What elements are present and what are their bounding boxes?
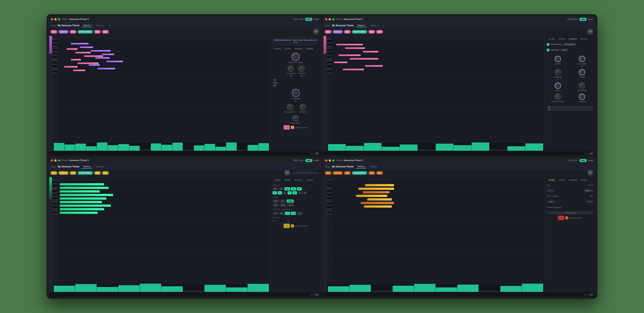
- chord-bmbp-bl[interactable]: BmbP12M13: [78, 171, 93, 175]
- maximize-btn-tr[interactable]: [332, 18, 334, 21]
- piano-roll-tr[interactable]: 1 2 3 4: [327, 35, 544, 151]
- chord-amus7-br[interactable]: Amus7: [333, 171, 343, 175]
- minimize-btn-br[interactable]: [329, 159, 331, 162]
- minimize-btn-tl[interactable]: [54, 18, 57, 21]
- chord-dm4-bl[interactable]: Dm: [102, 171, 109, 175]
- maximize-btn-bl[interactable]: [58, 159, 60, 162]
- minimize-btn-tr[interactable]: [329, 18, 331, 21]
- chord-bmbp-tl[interactable]: BmbP12M13: [78, 30, 93, 34]
- chord-dm2-tr[interactable]: Dm: [344, 30, 351, 34]
- midi-drop-bl[interactable]: Drag your MIDI file here or browse: [292, 171, 319, 174]
- note-eb[interactable]: Eb: [278, 187, 284, 190]
- chord-dm4-br[interactable]: Dm: [376, 171, 383, 175]
- scale-value[interactable]: Minor ›: [584, 189, 593, 192]
- type-susk[interactable]: susk: [287, 199, 294, 203]
- add-theme-bl[interactable]: +: [107, 165, 111, 168]
- piano-roll-tl[interactable]: 1/2 1 2 3 4: [53, 35, 270, 151]
- midi-change[interactable]: Change: [274, 42, 317, 43]
- wbv-ctrl[interactable]: [292, 115, 299, 121]
- type-aug[interactable]: Aug: [280, 203, 286, 207]
- note-c[interactable]: C: [272, 191, 277, 194]
- interval-s13[interactable]: S13: [296, 212, 303, 215]
- ob-v-ctrl[interactable]: [300, 104, 306, 110]
- orb-btn-br[interactable]: ORB: [587, 170, 594, 176]
- tab-velocity-bl[interactable]: Velocity: [304, 178, 314, 182]
- strong-beat-ctrl[interactable]: [292, 89, 300, 97]
- tab-tonality-bl[interactable]: Tonality: [272, 178, 282, 182]
- theme2-tab-br[interactable]: Theme 2: [356, 165, 367, 168]
- rhythmic-dropdown[interactable]: Every Beat ▾: [563, 43, 576, 46]
- theme3-tab-tl[interactable]: Theme 3: [94, 24, 105, 27]
- note-db[interactable]: Db: [272, 187, 278, 190]
- tab-variables-tr[interactable]: Variables: [567, 37, 578, 41]
- interval-7th[interactable]: 7th: [272, 212, 278, 215]
- bar-length-ctrl[interactable]: [579, 56, 585, 62]
- chord-dm4-tr[interactable]: Dm: [376, 30, 383, 34]
- complexity-ctrl[interactable]: [555, 69, 561, 75]
- midi-badge-tr[interactable]: MIDI: [580, 18, 587, 21]
- stance-ctrl[interactable]: [555, 83, 561, 89]
- octave-ctrl[interactable]: [579, 69, 585, 75]
- note-b[interactable]: B: [302, 191, 307, 194]
- chord-dm2-br[interactable]: Dm: [344, 171, 351, 175]
- orb-btn-tr[interactable]: ORB: [587, 29, 594, 35]
- type-maj[interactable]: Maj: [272, 199, 279, 203]
- chord-prog-value[interactable]: ‹ I - VII - III - iv ›: [547, 211, 593, 214]
- chord-bmbp-br[interactable]: BmbP12M13: [352, 171, 367, 175]
- tab-variables-bl[interactable]: Variables: [293, 178, 304, 182]
- tab-tonality-br[interactable]: Tonality: [547, 178, 557, 182]
- note-g[interactable]: G: [292, 191, 297, 194]
- theme2-tab-tr[interactable]: Theme 2: [356, 24, 367, 27]
- tab-tonality-tl[interactable]: Tonality: [272, 47, 282, 51]
- type-sus2[interactable]: sus2: [287, 203, 294, 207]
- chord-dm-tr[interactable]: Dm: [325, 30, 332, 34]
- chord-dm3-tl[interactable]: Dm: [94, 30, 101, 34]
- note-e[interactable]: E: [283, 191, 287, 194]
- rhythmic-checkbox[interactable]: ✓: [547, 43, 550, 46]
- sb-v-ctrl[interactable]: [287, 104, 293, 110]
- add-theme-tr[interactable]: +: [382, 24, 385, 27]
- chord-dm-bl[interactable]: Dm: [50, 171, 57, 175]
- tab-variables-br[interactable]: Variables: [567, 178, 578, 182]
- add-theme-tl[interactable]: +: [107, 24, 111, 27]
- theme3-tab-tr[interactable]: Theme 3: [369, 24, 379, 27]
- note-gb[interactable]: Gb: [284, 187, 290, 190]
- midi-badge-br[interactable]: MIDI: [580, 159, 587, 162]
- chord-dm3-bl[interactable]: Dm: [94, 171, 101, 175]
- theme2-tab-tl[interactable]: Theme 2: [82, 24, 92, 27]
- theme3-tab-bl[interactable]: Theme 3: [94, 165, 105, 168]
- chord-amus7-bl[interactable]: Amus7: [58, 171, 68, 175]
- time-sig-value[interactable]: ‹ 4/4 ›: [547, 200, 556, 203]
- weak-beat-ctrl[interactable]: [288, 66, 294, 72]
- theme2-tab-bl[interactable]: Theme 2: [82, 165, 92, 168]
- chord-dm-br[interactable]: Dm: [325, 171, 332, 175]
- drag-box-red-br[interactable]: 🎵: [558, 216, 564, 220]
- close-btn-br[interactable]: [325, 159, 327, 162]
- close-btn-bl[interactable]: [51, 159, 53, 162]
- note-ab[interactable]: Ab: [291, 187, 296, 190]
- chord-dm3-br[interactable]: Dm: [368, 171, 375, 175]
- off-beat-ctrl[interactable]: [298, 66, 305, 72]
- piano-roll-bl[interactable]: 1 2 3 4: [53, 176, 270, 292]
- note-d[interactable]: D: [278, 191, 282, 194]
- interval-13[interactable]: 13: [291, 212, 296, 215]
- nav-next-tl[interactable]: ›: [318, 25, 319, 27]
- interval-11[interactable]: 11: [285, 212, 290, 215]
- tab-chords-br[interactable]: Chords: [557, 178, 567, 182]
- add-theme-br[interactable]: +: [382, 165, 385, 168]
- chord-dm4-tl[interactable]: Dm: [102, 30, 109, 34]
- note-a[interactable]: A: [298, 191, 302, 194]
- key-value[interactable]: ‹ C ›: [547, 189, 554, 192]
- interval-9th[interactable]: 9th: [279, 212, 284, 215]
- tab-tonality-tr[interactable]: Tonality: [547, 37, 557, 41]
- nav-prev-tl[interactable]: ‹: [316, 25, 316, 27]
- chord-dm-tl[interactable]: Dm: [50, 30, 57, 34]
- chord-amus7-tr[interactable]: Amus7: [333, 30, 343, 34]
- ref-vel-knob-ctrl[interactable]: [292, 53, 300, 61]
- harmonic-ctrl[interactable]: [555, 94, 561, 100]
- tab-variables-tl[interactable]: Variables: [293, 47, 304, 51]
- tab-velocity-br[interactable]: Velocity: [579, 178, 589, 182]
- polyrhythm-dropdown[interactable]: 12/4 ▾: [560, 49, 568, 51]
- chord-dm2-tl[interactable]: Dm: [70, 30, 76, 34]
- chord-bmbp-tr[interactable]: BmbP12M13: [352, 30, 367, 34]
